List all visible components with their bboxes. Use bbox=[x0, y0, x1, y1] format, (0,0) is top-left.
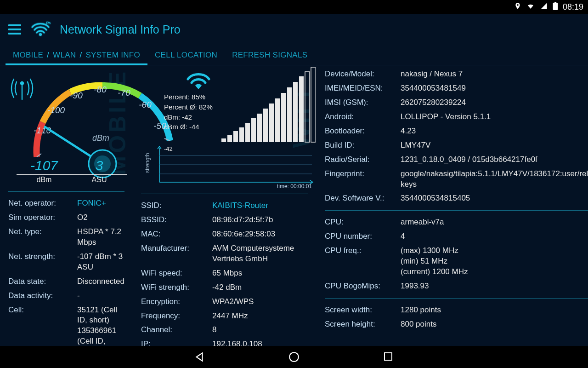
asu-readout: 3 ASU bbox=[72, 158, 127, 184]
row-channel: Channel:8 bbox=[141, 323, 308, 337]
svg-rect-24 bbox=[269, 104, 274, 142]
row-cpu: CPU:armeabi-v7a bbox=[325, 215, 588, 230]
row-buildid: Build ID:LMY47V bbox=[325, 138, 588, 153]
row-android: Android:LOLLIPOP - Version 5.1.1 bbox=[325, 110, 588, 124]
svg-point-0 bbox=[39, 33, 42, 36]
svg-rect-28 bbox=[293, 82, 298, 142]
home-button[interactable] bbox=[288, 351, 300, 363]
svg-rect-23 bbox=[263, 109, 268, 142]
wifi-strength-panel: Percent: 85% Percent Ø: 82% dBm: -42 dBm… bbox=[141, 67, 308, 145]
row-bogomips: CPU BogoMips:1993.93 bbox=[325, 279, 588, 293]
app-logo-icon: Pro bbox=[30, 21, 51, 39]
row-sim-operator: Sim operator:O2 bbox=[8, 211, 124, 225]
svg-text:strength: strength bbox=[144, 153, 151, 173]
row-imsi: IMSI (GSM):262075280239224 bbox=[325, 96, 588, 110]
svg-rect-30 bbox=[305, 72, 310, 142]
svg-point-15 bbox=[21, 82, 23, 85]
svg-rect-26 bbox=[281, 93, 286, 142]
row-bootloader: Bootloader:4.23 bbox=[325, 124, 588, 138]
svg-rect-16 bbox=[221, 138, 226, 142]
row-net-type: Net. type:HSDPA * 7.2 Mbps bbox=[8, 225, 124, 250]
row-wifi-speed: WiFi speed:65 Mbps bbox=[141, 266, 308, 281]
gauge-unit-label: dBm bbox=[92, 133, 109, 143]
row-devsw: Dev. Software V.:3544000534815405 bbox=[325, 191, 588, 206]
android-nav-bar bbox=[0, 346, 588, 368]
wifi-column: WIFI bbox=[133, 65, 317, 346]
svg-rect-18 bbox=[233, 131, 238, 142]
divider bbox=[8, 191, 124, 192]
location-icon bbox=[514, 2, 521, 12]
mobile-column: MOBILE -110 -100 bbox=[0, 65, 133, 346]
row-encryption: Encryption:WPA2/WPS bbox=[141, 295, 308, 309]
tab-mobile-wlan-sysinfo[interactable]: MOBILE/ WLAN/ SYSTEM INFO bbox=[6, 45, 147, 65]
row-screen-height: Screen height:800 points bbox=[325, 317, 588, 332]
svg-point-39 bbox=[289, 352, 299, 362]
row-mac: MAC:08:60:6e:29:58:03 bbox=[141, 227, 308, 242]
svg-rect-25 bbox=[275, 98, 280, 142]
main-content: MOBILE -110 -100 bbox=[0, 65, 588, 346]
status-time: 08:19 bbox=[563, 2, 583, 12]
svg-rect-17 bbox=[227, 135, 232, 142]
row-frequency: Frequency:2447 MHz bbox=[141, 309, 308, 323]
svg-rect-20 bbox=[245, 123, 250, 142]
divider bbox=[141, 194, 308, 194]
tab-bar: MOBILE/ WLAN/ SYSTEM INFO CELL LOCATION … bbox=[0, 45, 588, 65]
svg-rect-40 bbox=[384, 353, 392, 360]
back-button[interactable] bbox=[193, 351, 205, 363]
svg-text:time: 00:00:01: time: 00:00:01 bbox=[277, 183, 312, 189]
svg-rect-19 bbox=[239, 127, 244, 142]
svg-text:-70: -70 bbox=[118, 88, 130, 98]
battery-icon bbox=[553, 2, 558, 12]
row-net-operator: Net. operator:FONIC+ bbox=[8, 196, 124, 211]
row-screen-width: Screen width:1280 points bbox=[325, 303, 588, 317]
divider bbox=[325, 210, 588, 211]
menu-button[interactable] bbox=[8, 24, 21, 34]
row-cpu-freq: CPU freq.:(max) 1300 MHz (min) 51 MHz (c… bbox=[325, 244, 588, 279]
svg-rect-22 bbox=[257, 114, 262, 142]
app-bar: Pro Network Signal Info Pro bbox=[0, 14, 588, 45]
row-device: Device/Model:nakasig / Nexus 7 bbox=[325, 67, 588, 81]
row-net-strength: Net. strength:-107 dBm * 3 ASU bbox=[8, 250, 124, 275]
system-info-column: SYSTEM INFO Device/Model:nakasig / Nexus… bbox=[317, 65, 588, 346]
row-bssid: BSSID:08:96:d7:2d:5f:7b bbox=[141, 213, 308, 227]
android-status-bar: 08:19 bbox=[0, 0, 588, 14]
svg-text:-80: -80 bbox=[94, 85, 107, 94]
wifi-strength-graph: -42 strength time: 00:00:01 bbox=[141, 145, 308, 189]
tab-cell-location[interactable]: CELL LOCATION bbox=[147, 45, 225, 65]
divider bbox=[325, 298, 588, 299]
row-fingerprint: Fingerprint:google/nakasig/tilapia:5.1.1… bbox=[325, 167, 588, 192]
signal-gauge: -110 -100 -90 -80 -70 -60 -50 bbox=[8, 67, 124, 187]
svg-rect-27 bbox=[287, 87, 292, 142]
svg-text:-90: -90 bbox=[70, 91, 83, 100]
recent-apps-button[interactable] bbox=[383, 351, 395, 363]
graph-current-value: -42 bbox=[164, 145, 173, 152]
row-imei: IMEI/MEID/ESN:354400053481549 bbox=[325, 81, 588, 96]
wifi-icon bbox=[526, 2, 535, 12]
svg-text:Pro: Pro bbox=[46, 21, 51, 25]
wifi-stats-text: Percent: 85% Percent Ø: 82% dBm: -42 dBm… bbox=[164, 92, 213, 132]
app-title: Network Signal Info Pro bbox=[60, 23, 181, 36]
row-cpu-number: CPU number:4 bbox=[325, 230, 588, 244]
svg-rect-31 bbox=[311, 67, 316, 142]
dbm-readout: -107 dBm bbox=[17, 158, 72, 184]
row-data-activity: Data activity:- bbox=[8, 289, 124, 303]
svg-text:-100: -100 bbox=[47, 105, 65, 115]
row-ssid: SSID:KAIBITS-Router bbox=[141, 199, 308, 213]
row-radio: Radio/Serial:1231_0.18.0_0409 / 015d3b66… bbox=[325, 153, 588, 167]
svg-rect-29 bbox=[299, 76, 304, 142]
cell-signal-icon bbox=[540, 2, 548, 12]
tab-refresh-signals[interactable]: REFRESH SIGNALS bbox=[225, 45, 315, 65]
row-wifi-strength: WiFi strength:-42 dBm bbox=[141, 281, 308, 295]
svg-rect-21 bbox=[251, 118, 256, 142]
row-data-state: Data state:Disconnected bbox=[8, 275, 124, 289]
row-manufacturer: Manufacturer:AVM Computersysteme Vertrie… bbox=[141, 242, 308, 266]
